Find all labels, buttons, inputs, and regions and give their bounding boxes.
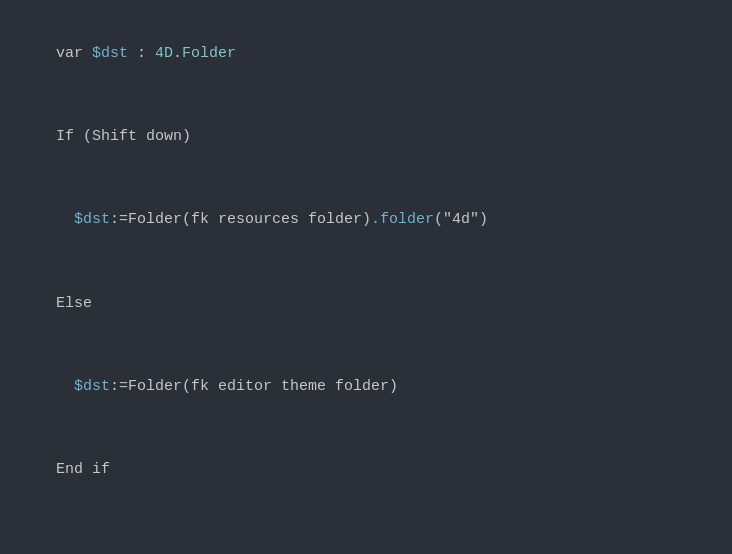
code-editor: var $dst : 4D.Folder If (Shift down) $ds…: [0, 0, 732, 554]
code-line-5: $dst:=Folder(fk editor theme folder): [20, 345, 712, 428]
code-line-2: If (Shift down): [20, 95, 712, 178]
code-line-6: End if: [20, 428, 712, 511]
code-line-3: $dst:=Folder(fk resources folder).folder…: [20, 179, 712, 262]
code-line-4: Else: [20, 262, 712, 345]
code-line-7: [20, 512, 712, 540]
code-line-8: If (Not($dst.exists())): [20, 539, 712, 554]
code-line-1: var $dst : 4D.Folder: [20, 12, 712, 95]
